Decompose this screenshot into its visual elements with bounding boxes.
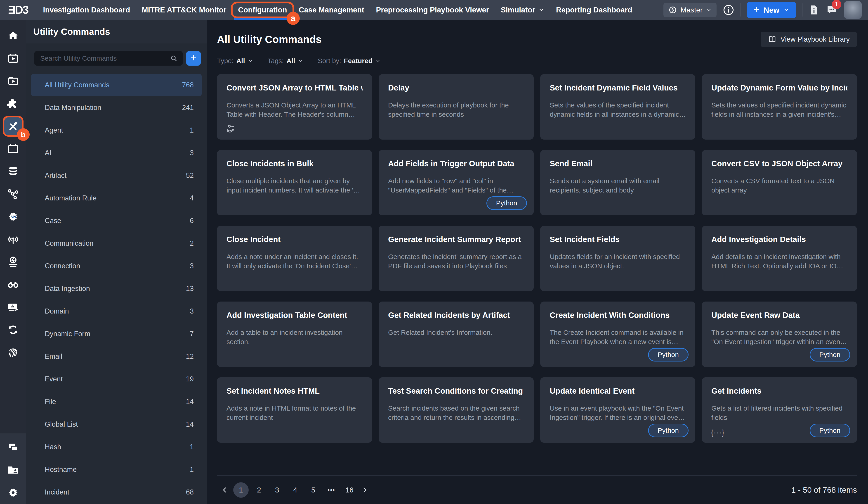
rail-item-utility-commands[interactable]: b bbox=[0, 115, 26, 138]
command-card[interactable]: Create Incident With Conditions The Crea… bbox=[540, 302, 695, 367]
nav-tab[interactable]: Case Management bbox=[293, 0, 370, 20]
rail-item-sync[interactable] bbox=[0, 319, 26, 341]
nav-tab[interactable]: Simulator bbox=[495, 0, 550, 20]
rail-item-investigation[interactable] bbox=[0, 273, 26, 296]
command-card[interactable]: Set Incident Notes HTML Adds a note in H… bbox=[217, 377, 372, 443]
rail-item-scheduled-playbooks[interactable] bbox=[0, 47, 26, 70]
chevron-down-icon bbox=[538, 7, 544, 13]
site-selector[interactable]: Master bbox=[663, 3, 717, 17]
page-number[interactable]: ••• bbox=[324, 482, 339, 498]
document-info-icon[interactable] bbox=[808, 3, 820, 17]
rail-item-incident-report[interactable] bbox=[0, 296, 26, 319]
page-number[interactable]: 2 bbox=[251, 482, 267, 498]
rail-item-identity[interactable] bbox=[0, 341, 26, 364]
command-card[interactable]: Send Email Sends out a system email with… bbox=[540, 150, 695, 215]
page-number[interactable]: 1 bbox=[233, 482, 249, 498]
page-number[interactable]: 3 bbox=[269, 482, 285, 498]
rail-item-contacts[interactable] bbox=[0, 459, 26, 481]
rail-item-windows[interactable] bbox=[0, 436, 26, 459]
rail-item-home[interactable] bbox=[0, 24, 26, 47]
category-item[interactable]: Dynamic Form 7 bbox=[26, 323, 207, 345]
category-item[interactable]: Agent 1 bbox=[26, 119, 207, 142]
nav-tab[interactable]: Preprocessing Playbook Viewer bbox=[370, 0, 495, 20]
user-avatar[interactable] bbox=[844, 1, 862, 19]
rail-item-api[interactable]: API bbox=[0, 205, 26, 228]
command-card[interactable]: Set Incident Dynamic Field Values Sets t… bbox=[540, 74, 695, 140]
category-item[interactable]: Data Manipulation 241 bbox=[26, 97, 207, 119]
category-count: 768 bbox=[182, 81, 194, 89]
notification-count-badge: 1 bbox=[832, 0, 841, 9]
filter-dropdown[interactable]: Type: All bbox=[217, 57, 253, 65]
category-item[interactable]: Connection 3 bbox=[26, 255, 207, 277]
category-item[interactable]: Communication 2 bbox=[26, 232, 207, 255]
category-item[interactable]: Global List 14 bbox=[26, 413, 207, 436]
nav-tab[interactable]: Investigation Dashboard bbox=[37, 0, 136, 20]
filter-value: All bbox=[286, 57, 295, 65]
command-description: Delays the execution of playbook for the… bbox=[388, 100, 524, 119]
nav-tab-label: Investigation Dashboard bbox=[43, 6, 130, 14]
rail-item-settings[interactable] bbox=[0, 481, 26, 504]
command-card[interactable]: Delay Delays the execution of playbook f… bbox=[379, 74, 534, 140]
category-item[interactable]: Data Ingestion 13 bbox=[26, 277, 207, 300]
category-item[interactable]: All Utility Commands 768 bbox=[31, 74, 202, 97]
category-item[interactable]: Automation Rule 4 bbox=[26, 187, 207, 210]
category-item[interactable]: Hostname 1 bbox=[26, 458, 207, 481]
command-card[interactable]: Add Investigation Table Content Add a ta… bbox=[217, 302, 372, 367]
nav-tab[interactable]: Configuration a bbox=[232, 0, 293, 20]
rail-item-integrations[interactable] bbox=[0, 92, 26, 115]
command-card[interactable]: Close Incidents in Bulk Close multiple i… bbox=[217, 150, 372, 215]
next-page-button[interactable] bbox=[357, 482, 373, 498]
nav-tab[interactable]: Reporting Dashboard bbox=[550, 0, 638, 20]
page-numbers: 12345•••16 bbox=[233, 482, 357, 498]
command-card[interactable]: Add Investigation Details Add details to… bbox=[702, 226, 857, 291]
page-number[interactable]: 16 bbox=[342, 482, 357, 498]
command-card[interactable]: Generate Incident Summary Report Generat… bbox=[379, 226, 534, 291]
rail-item-calendar[interactable] bbox=[0, 138, 26, 160]
command-card[interactable]: Close Incident Adds a note under an inci… bbox=[217, 226, 372, 291]
command-card[interactable]: Set Incident Fields Updates fields for a… bbox=[540, 226, 695, 291]
info-icon[interactable] bbox=[722, 4, 735, 16]
command-card[interactable]: Add Fields in Trigger Output Data Add ne… bbox=[379, 150, 534, 215]
command-card[interactable]: Get Related Incidents by Artifact Get Re… bbox=[379, 302, 534, 367]
add-command-button[interactable]: + bbox=[186, 51, 201, 65]
category-item[interactable]: Incident 68 bbox=[26, 481, 207, 504]
command-description: Search incidents based on the given sear… bbox=[388, 404, 524, 422]
new-button[interactable]: + New bbox=[747, 2, 796, 18]
rail-item-data-management[interactable] bbox=[0, 160, 26, 183]
command-card[interactable]: Convert CSV to JSON Object Array Convert… bbox=[702, 150, 857, 215]
command-card[interactable]: Update Dynamic Form Value by Incident...… bbox=[702, 74, 857, 140]
home-icon bbox=[7, 30, 19, 42]
d3-logo[interactable]: ƎD3 bbox=[8, 3, 28, 17]
category-item[interactable]: Email 12 bbox=[26, 345, 207, 368]
command-card[interactable]: Update Identical Event Use in an event p… bbox=[540, 377, 695, 443]
command-description: Sets the values of specified incident dy… bbox=[711, 100, 847, 119]
rail-item-web[interactable] bbox=[0, 251, 26, 273]
rail-item-live-feed[interactable] bbox=[0, 228, 26, 251]
category-item[interactable]: File 14 bbox=[26, 391, 207, 413]
search-input[interactable] bbox=[34, 51, 183, 65]
category-item[interactable]: Event 19 bbox=[26, 368, 207, 391]
command-card[interactable]: Test Search Conditions for Creating Inci… bbox=[379, 377, 534, 443]
rail-item-playbook-viewer[interactable] bbox=[0, 70, 26, 92]
previous-page-button[interactable] bbox=[217, 482, 232, 498]
category-item[interactable]: Artifact 52 bbox=[26, 164, 207, 187]
rail-item-connections[interactable] bbox=[0, 183, 26, 205]
command-card[interactable]: Get Incidents Gets a list of filtered in… bbox=[702, 377, 857, 443]
category-item[interactable]: AI 3 bbox=[26, 142, 207, 164]
sidebar-search-row: + bbox=[34, 51, 207, 65]
chevron-left-icon bbox=[221, 486, 228, 494]
search-icon[interactable] bbox=[170, 54, 178, 62]
nav-tab[interactable]: MITRE ATT&CK Monitor bbox=[136, 0, 232, 20]
command-card[interactable]: Update Event Raw Data This command can o… bbox=[702, 302, 857, 367]
category-item[interactable]: Domain 3 bbox=[26, 300, 207, 323]
page-number[interactable]: 4 bbox=[288, 482, 303, 498]
command-title: Get Related Incidents by Artifact bbox=[388, 311, 524, 320]
view-playbook-library-button[interactable]: View Playbook Library bbox=[761, 32, 857, 47]
category-item[interactable]: Case 6 bbox=[26, 210, 207, 232]
command-card[interactable]: Convert JSON Array to HTML Table with...… bbox=[217, 74, 372, 140]
filter-dropdown[interactable]: Sort by: Featured bbox=[318, 57, 381, 65]
filter-dropdown[interactable]: Tags: All bbox=[268, 57, 303, 65]
notifications-button[interactable]: 1 bbox=[826, 3, 838, 16]
category-item[interactable]: Hash 1 bbox=[26, 436, 207, 458]
page-number[interactable]: 5 bbox=[306, 482, 321, 498]
